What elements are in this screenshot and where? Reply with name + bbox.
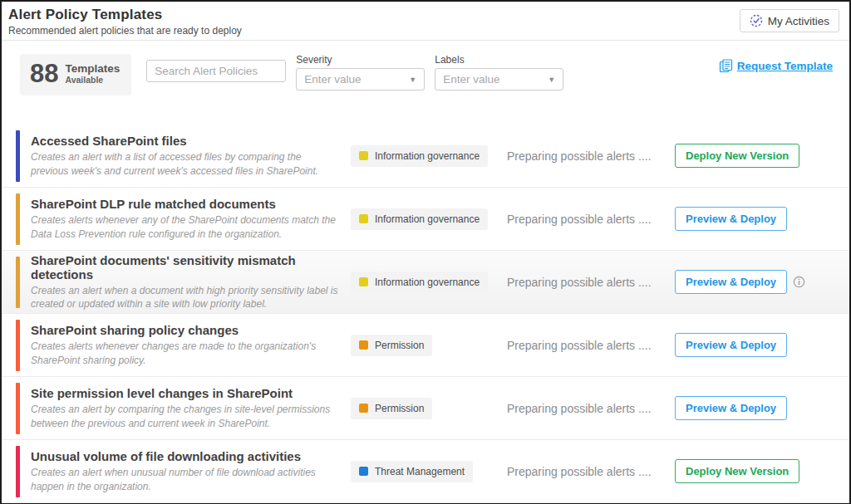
label-text: Permission — [375, 403, 424, 414]
label-badge: Permission — [351, 335, 432, 356]
policy-description: Creates an alert by comparing the change… — [31, 403, 351, 429]
page-subtitle: Recommended alert policies that are read… — [8, 25, 242, 37]
policy-title: SharePoint sharing policy changes — [31, 323, 351, 337]
label-text: Information governance — [375, 150, 480, 162]
policy-title: SharePoint DLP rule matched documents — [31, 197, 351, 211]
policy-list: Accessed SharePoint files Creates an ale… — [2, 120, 849, 503]
action-button[interactable]: Preview & Deploy — [675, 333, 787, 357]
page-header: Alert Policy Templates Recommended alert… — [2, 2, 849, 41]
templates-count-caption: Templates Available — [65, 61, 120, 85]
policy-row: SharePoint sharing policy changes Create… — [2, 314, 849, 377]
status-text: Preparing possible alerts .... — [507, 276, 675, 289]
chevron-down-icon: ▼ — [548, 76, 555, 84]
labels-label: Labels — [435, 54, 563, 66]
action-column: Preview & Deploy — [675, 396, 849, 420]
policy-row: SharePoint documents' sensitivity mismat… — [2, 251, 849, 314]
policy-text: SharePoint sharing policy changes Create… — [20, 323, 351, 366]
status-text: Preparing possible alerts .... — [507, 149, 675, 163]
check-circle-icon — [750, 14, 763, 27]
severity-filter: Severity Enter value ▼ — [296, 54, 425, 91]
templates-count-box: 88 Templates Available — [20, 54, 131, 95]
label-badge: Permission — [351, 398, 432, 419]
label-text: Permission — [375, 340, 424, 351]
label-color-dot — [359, 151, 368, 160]
label-text: Information governance — [375, 276, 480, 288]
label-badge: Information governance — [351, 208, 488, 230]
status-text: Preparing possible alerts .... — [507, 465, 675, 478]
labels-filter: Labels Enter value ▼ — [435, 54, 563, 91]
policy-row: SharePoint DLP rule matched documents Cr… — [2, 188, 849, 251]
policy-title: Unusual volume of file downloading activ… — [31, 449, 351, 463]
policy-label-column: Information governance — [351, 272, 507, 293]
label-text: Threat Management — [375, 466, 465, 477]
label-color-dot — [359, 214, 368, 223]
policy-label-column: Information governance — [351, 208, 507, 230]
status-text: Preparing possible alerts .... — [507, 339, 675, 352]
policy-text: Site permission level changes in SharePo… — [20, 386, 351, 429]
count-caption-line1: Templates — [65, 63, 120, 76]
request-template-link[interactable]: Request Template — [719, 59, 833, 73]
status-text: Preparing possible alerts .... — [507, 213, 675, 226]
my-activities-label: My Activities — [768, 15, 829, 27]
action-button[interactable]: Deploy New Version — [675, 459, 799, 483]
policy-description: Creates an alert when a document with hi… — [31, 284, 351, 311]
request-template-label: Request Template — [737, 60, 833, 72]
policy-title: SharePoint documents' sensitivity mismat… — [31, 253, 351, 281]
action-column: Preview & Deploy — [675, 333, 849, 357]
info-icon[interactable] — [793, 276, 805, 288]
page-title: Alert Policy Templates — [8, 7, 242, 23]
policy-description: Creates alerts whenever any of the Share… — [31, 213, 351, 240]
policy-row: Site permission level changes in SharePo… — [2, 377, 849, 440]
policy-label-column: Information governance — [351, 145, 507, 167]
count-caption-line2: Available — [65, 76, 120, 86]
policy-text: SharePoint DLP rule matched documents Cr… — [20, 197, 351, 240]
action-column: Preview & Deploy — [675, 207, 849, 231]
severity-select[interactable]: Enter value ▼ — [296, 68, 425, 91]
label-color-dot — [359, 467, 368, 476]
policy-description: Creates alerts whenever changes are made… — [31, 340, 351, 366]
policy-text: Accessed SharePoint files Creates an ale… — [20, 134, 351, 177]
labels-select-value: Enter value — [443, 73, 499, 86]
label-text: Information governance — [375, 213, 480, 225]
policy-row: Accessed SharePoint files Creates an ale… — [2, 125, 849, 188]
label-color-dot — [359, 404, 368, 413]
policy-label-column: Permission — [351, 398, 507, 419]
policy-text: Unusual volume of file downloading activ… — [20, 449, 351, 492]
label-badge: Information governance — [351, 145, 488, 167]
label-badge: Threat Management — [351, 461, 473, 482]
search-input[interactable] — [146, 60, 286, 82]
action-column: Deploy New Version — [675, 144, 849, 168]
policy-label-column: Permission — [351, 335, 507, 356]
severity-label: Severity — [296, 54, 425, 66]
my-activities-button[interactable]: My Activities — [740, 9, 839, 32]
policy-title: Site permission level changes in SharePo… — [31, 386, 351, 400]
severity-select-value: Enter value — [304, 73, 361, 86]
label-color-dot — [359, 340, 368, 350]
policy-label-column: Threat Management — [351, 461, 507, 482]
templates-count: 88 — [30, 61, 58, 86]
action-column: Preview & Deploy — [675, 270, 849, 294]
chevron-down-icon: ▼ — [409, 76, 416, 84]
action-button[interactable]: Preview & Deploy — [675, 207, 787, 231]
policy-description: Creates an alert when unusual number of … — [31, 466, 351, 492]
alert-policy-templates-page: Alert Policy Templates Recommended alert… — [0, 0, 851, 504]
action-button[interactable]: Deploy New Version — [675, 144, 799, 168]
status-text: Preparing possible alerts .... — [507, 402, 675, 415]
action-column: Deploy New Version — [675, 459, 849, 483]
action-button[interactable]: Preview & Deploy — [675, 270, 787, 294]
labels-select[interactable]: Enter value ▼ — [435, 68, 563, 91]
toolbar: 88 Templates Available Severity Enter va… — [2, 41, 849, 120]
policy-row: Unusual volume of file downloading activ… — [2, 440, 849, 503]
header-titles: Alert Policy Templates Recommended alert… — [8, 7, 242, 37]
policy-description: Creates an alert with a list of accessed… — [31, 150, 351, 177]
policy-text: SharePoint documents' sensitivity mismat… — [20, 253, 351, 311]
policy-title: Accessed SharePoint files — [31, 134, 351, 148]
label-badge: Information governance — [351, 272, 488, 293]
document-copy-icon — [719, 59, 733, 73]
action-button[interactable]: Preview & Deploy — [675, 396, 787, 420]
label-color-dot — [359, 277, 368, 286]
